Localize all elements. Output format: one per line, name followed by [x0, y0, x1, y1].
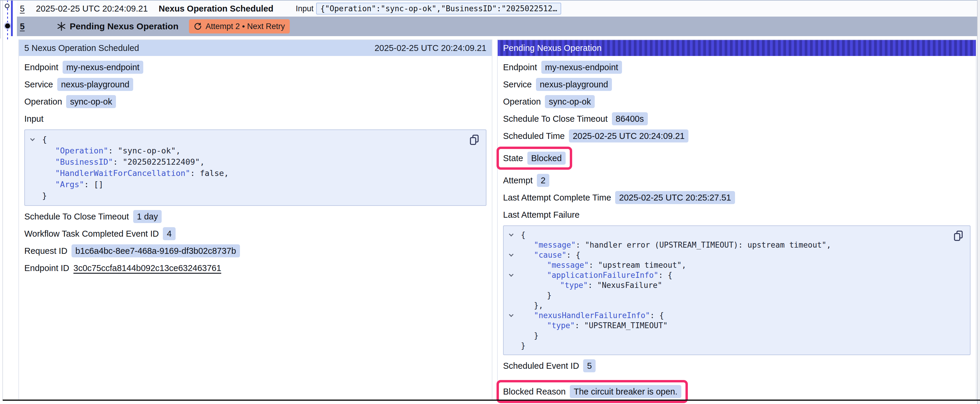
field-row-schedule-to-close-timeout: Schedule To Close Timeout86400s	[503, 112, 648, 125]
code-line: "Args": []	[25, 179, 465, 190]
field-row-scheduled-time: Scheduled Time2025-02-25 UTC 20:24:09.21	[503, 130, 689, 143]
field-label: Operation	[503, 97, 541, 107]
code-line: "message": "handler error (UPSTREAM_TIME…	[504, 240, 949, 250]
code-text: {	[25, 134, 47, 145]
event-detail-panels: 5 Nexus Operation Scheduled 2025-02-25 U…	[18, 40, 977, 401]
scheduled-fields-bottom: Schedule To Close Timeout1 dayWorkflow T…	[24, 210, 240, 274]
field-label: Endpoint ID	[24, 263, 69, 273]
field-value-chip: nexus-playground	[57, 78, 134, 91]
field-row-workflow-task-completed-event-id: Workflow Task Completed Event ID4	[24, 227, 176, 240]
pending-operation-panel: Pending Nexus Operation Endpointmy-nexus…	[497, 40, 977, 401]
field-label: State	[503, 154, 523, 163]
pending-panel-header: Pending Nexus Operation	[498, 40, 976, 56]
field-row-state: StateBlocked	[503, 152, 566, 165]
field-value-chip: b1c6a4bc-8ee7-468a-9169-df3b02c8737b	[72, 244, 240, 257]
code-text: "Operation": "sync-op-ok",	[25, 145, 181, 156]
scheduled-panel-body: Endpointmy-nexus-endpointServicenexus-pl…	[19, 56, 492, 274]
field-label: Blocked Reason	[503, 387, 566, 397]
field-value-chip: 2025-02-25 UTC 20:24:09.21	[569, 130, 689, 143]
field-label: Service	[503, 80, 532, 89]
code-line: "type": "UPSTREAM_TIMEOUT"	[504, 320, 949, 331]
code-text: {	[504, 230, 526, 240]
event-input-label: Input	[296, 4, 313, 13]
code-line: "cause": {	[504, 250, 949, 260]
rail-border	[2, 0, 3, 400]
input-section-label: Input	[24, 112, 44, 125]
field-row-operation: Operationsync-op-ok	[24, 95, 116, 108]
field-row-last-attempt-complete-time: Last Attempt Complete Time2025-02-25 UTC…	[503, 191, 735, 204]
code-line: }	[25, 190, 465, 201]
failure-code-block: {"message": "handler error (UPSTREAM_TIM…	[503, 225, 970, 355]
scheduled-event-panel: 5 Nexus Operation Scheduled 2025-02-25 U…	[18, 40, 492, 401]
code-text: "message": "upstream timeout",	[504, 260, 686, 270]
code-text: },	[504, 300, 543, 311]
field-row-blocked-reason: Blocked ReasonThe circuit breaker is ope…	[503, 385, 681, 398]
event-input-preview-chip: {"Operation":"sync-op-ok","BusinessID":"…	[316, 3, 561, 14]
code-text: }	[25, 190, 47, 201]
field-value-chip: 2	[537, 174, 549, 187]
field-value-chip: my-nexus-endpoint	[63, 61, 143, 74]
field-row-service: Servicenexus-playground	[503, 78, 612, 91]
field-row-service: Servicenexus-playground	[24, 78, 133, 91]
field-value-chip: 2025-02-25 UTC 20:25:27.51	[615, 191, 735, 204]
event-id-link[interactable]: 5	[20, 22, 25, 32]
code-line: "message": "upstream timeout",	[504, 260, 949, 270]
code-text: "BusinessID": "20250225122409",	[25, 156, 205, 168]
code-text: "type": "NexusFailure"	[504, 280, 662, 290]
field-value-chip: 4	[163, 227, 175, 240]
code-text: "nexusHandlerFailureInfo": {	[504, 311, 664, 320]
field-value-chip: sync-op-ok	[66, 95, 116, 108]
scheduled-panel-title: 5 Nexus Operation Scheduled	[24, 43, 139, 53]
field-value-chip: nexus-playground	[536, 78, 612, 91]
copy-icon[interactable]	[469, 134, 480, 146]
code-text: "type": "UPSTREAM_TIMEOUT"	[504, 320, 668, 331]
field-label: Endpoint	[503, 62, 537, 72]
attempt-retry-badge: Attempt 2 • Next Retry	[189, 19, 290, 33]
input-code-block: {"Operation": "sync-op-ok","BusinessID":…	[24, 130, 487, 206]
pending-operation-row[interactable]: 5 Pending Nexus Operation Attempt 2 • Ne…	[17, 17, 977, 36]
field-value-chip: Blocked	[527, 152, 566, 165]
code-line: "HandlerWaitForCancellation": false,	[25, 168, 465, 179]
top-border	[0, 0, 977, 1]
pending-asterisk-icon	[56, 21, 67, 32]
field-row-request-id: Request IDb1c6a4bc-8ee7-468a-9169-df3b02…	[24, 244, 240, 257]
field-row-endpoint-id: Endpoint ID3c0c75ccfa8144b092c13ce632463…	[24, 261, 221, 274]
code-text: "HandlerWaitForCancellation": false,	[25, 168, 229, 179]
scheduled-panel-header: 5 Nexus Operation Scheduled 2025-02-25 U…	[19, 40, 492, 56]
pending-panel-title: Pending Nexus Operation	[503, 43, 601, 53]
field-row-operation: Operationsync-op-ok	[503, 95, 595, 108]
field-value-chip: sync-op-ok	[545, 95, 595, 108]
field-value-chip: 1 day	[133, 210, 162, 223]
attempt-retry-badge-label: Attempt 2 • Next Retry	[205, 22, 285, 31]
event-id-link[interactable]: 5	[20, 4, 25, 14]
field-value-chip: The circuit breaker is open.	[570, 385, 681, 398]
code-line: }	[504, 290, 949, 300]
retry-icon	[194, 22, 202, 30]
field-label: Workflow Task Completed Event ID	[24, 229, 159, 239]
pending-fields-bottom: Scheduled Event ID5Blocked ReasonThe cir…	[503, 359, 688, 403]
pending-panel-body: Endpointmy-nexus-endpointServicenexus-pl…	[498, 56, 976, 403]
event-row-scheduled[interactable]: 5 2025-02-25 UTC 20:24:09.21 Nexus Opera…	[17, 1, 977, 17]
scrollbar-gutter	[977, 0, 980, 404]
code-line: "BusinessID": "20250225122409",	[25, 156, 465, 168]
scheduled-fields-top: Endpointmy-nexus-endpointServicenexus-pl…	[24, 61, 143, 108]
code-text: }	[504, 290, 552, 300]
field-label: Service	[24, 80, 53, 89]
field-row-attempt: Attempt2	[503, 174, 549, 187]
field-label: Schedule To Close Timeout	[24, 212, 129, 222]
field-label: Last Attempt Complete Time	[503, 193, 611, 203]
failure-section-label: Last Attempt Failure	[503, 208, 579, 221]
code-text: "Args": []	[25, 179, 103, 190]
field-label: Schedule To Close Timeout	[503, 114, 608, 124]
field-row-endpoint: Endpointmy-nexus-endpoint	[24, 61, 143, 74]
field-value-link[interactable]: 3c0c75ccfa8144b092c13ce632463761	[73, 263, 221, 273]
event-title: Nexus Operation Scheduled	[159, 4, 274, 14]
code-line: "nexusHandlerFailureInfo": {	[504, 311, 949, 320]
timeline-open-circle-icon	[5, 3, 10, 8]
field-row-schedule-to-close-timeout: Schedule To Close Timeout1 day	[24, 210, 162, 223]
field-value-chip: 5	[583, 359, 596, 372]
field-value-chip: 86400s	[612, 112, 648, 125]
copy-icon[interactable]	[953, 230, 964, 242]
code-line: },	[504, 300, 949, 311]
field-label: Operation	[24, 97, 62, 107]
